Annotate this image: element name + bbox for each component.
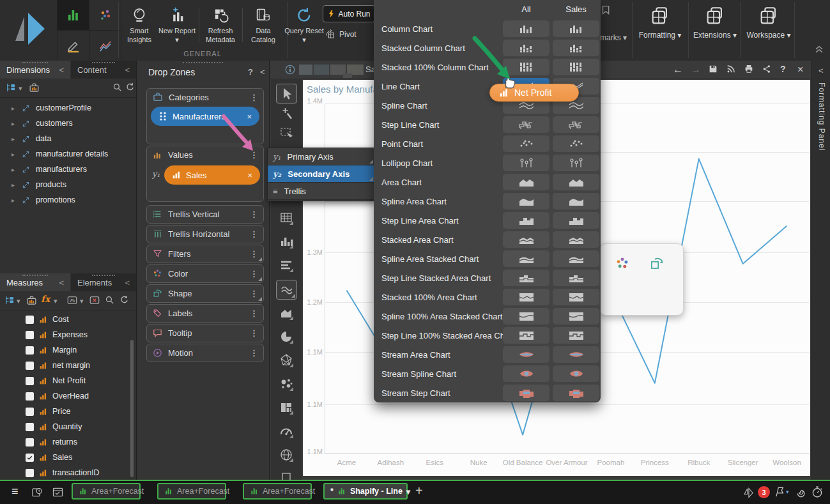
measure-list-item[interactable]: Expenses	[26, 327, 131, 342]
apply-all-step-line-area-chart[interactable]	[503, 212, 549, 229]
dimension-tree-item[interactable]: ▸products	[12, 177, 136, 192]
apply-sales-column-chart[interactable]	[553, 20, 599, 37]
checkbox-checked[interactable]	[26, 454, 34, 462]
formula-fx-icon[interactable]: fx	[41, 294, 50, 304]
caret-down-icon[interactable]: ▾	[17, 297, 20, 305]
data-catalog-button[interactable]: Data Catalog	[243, 6, 284, 44]
gauge-tool[interactable]	[278, 423, 295, 439]
measure-list-item[interactable]: Sales	[26, 450, 131, 465]
tab-measures[interactable]: Measures <	[0, 273, 70, 291]
kebab-menu-icon[interactable]: ⋮	[250, 210, 258, 219]
print-icon[interactable]	[744, 64, 754, 74]
menu-item-trellis[interactable]: ≡ Trellis	[268, 183, 374, 200]
apply-sales-stream-area-chart[interactable]	[553, 346, 599, 363]
caret-down-icon[interactable]: ▾	[19, 84, 22, 93]
apply-all-point-chart[interactable]	[503, 135, 549, 152]
checkbox-unchecked[interactable]	[26, 392, 34, 401]
apply-all-stream-step-chart[interactable]	[503, 385, 549, 401]
measure-list-item[interactable]: returns	[26, 434, 131, 450]
share-icon[interactable]	[762, 64, 772, 74]
dimension-tree-item[interactable]: ▸promotions	[12, 192, 136, 208]
metric-set-icon[interactable]	[28, 82, 40, 94]
collapse-icon[interactable]: <	[59, 65, 64, 75]
search-icon[interactable]	[104, 294, 115, 305]
app-logo-icon[interactable]	[12, 9, 47, 50]
checkbox-unchecked[interactable]	[26, 377, 34, 385]
checkbox-unchecked[interactable]	[26, 346, 34, 355]
dimension-tree-item[interactable]: ▸data	[12, 131, 136, 146]
bubbles-tool[interactable]	[278, 376, 295, 392]
app-logo-outline-icon[interactable]	[742, 486, 755, 500]
workspace-menu-button[interactable]: Workspace ▾	[741, 5, 796, 40]
hbars-tool[interactable]	[278, 257, 295, 273]
apply-sales-spline-area-stacked-chart[interactable]	[553, 250, 599, 267]
measure-list-item[interactable]: Price	[26, 404, 131, 419]
measure-list-item[interactable]: Net Profit	[26, 373, 131, 388]
metric-set-icon[interactable]	[26, 294, 38, 307]
checkbox-unchecked[interactable]	[26, 408, 34, 416]
checkbox-unchecked[interactable]	[26, 362, 34, 370]
shape-rotate-icon[interactable]	[649, 256, 665, 272]
kebab-menu-icon[interactable]: ⋮	[250, 328, 258, 338]
notification-badge[interactable]: 3	[758, 486, 770, 498]
spiral-icon[interactable]	[794, 485, 806, 498]
apply-sales-lollipop-chart[interactable]	[553, 155, 599, 171]
menu-item-secondary-axis[interactable]: y₂ Secondary Axis	[268, 165, 374, 183]
hierarchy-view-icon[interactable]	[4, 294, 15, 306]
colchart-tool[interactable]	[278, 233, 295, 250]
wave2-tool[interactable]	[276, 280, 297, 300]
apply-all-spline-100-area-stacked-chart[interactable]	[503, 308, 549, 325]
dimension-tree-item[interactable]: ▸customerProfile	[12, 100, 136, 116]
scatter-tool[interactable]	[89, 0, 121, 30]
apply-all-lollipop-chart[interactable]	[503, 155, 549, 171]
refresh-icon[interactable]	[119, 294, 130, 305]
taskbar-tab-area-forecast[interactable]: Area+Forecast	[157, 483, 226, 500]
auto-run-toggle[interactable]: Auto Run	[323, 5, 375, 22]
pin-icon[interactable]	[773, 485, 786, 498]
recent-history-icon[interactable]	[31, 485, 44, 499]
notifications-icon[interactable]	[726, 64, 736, 74]
formula-box-icon[interactable]: Fx	[66, 294, 78, 306]
extensions-menu-button[interactable]: Extensions ▾	[688, 5, 742, 40]
caret-down-icon[interactable]: ▾	[80, 297, 84, 305]
apply-all-stacked-area-chart[interactable]	[503, 231, 549, 248]
caret-down-icon[interactable]: ▾	[406, 487, 410, 496]
hierarchy-view-icon[interactable]	[5, 82, 17, 93]
refresh-icon[interactable]	[125, 82, 135, 93]
help-icon[interactable]: ?	[780, 64, 786, 74]
apply-all-spline-area-stacked-chart[interactable]	[503, 250, 549, 267]
values-drop-zone[interactable]: Values ⋮ y₁ Sales ×	[146, 146, 264, 202]
remove-icon[interactable]: ×	[247, 112, 252, 121]
kebab-menu-icon[interactable]: ⋮	[250, 289, 258, 298]
radar-tool[interactable]	[278, 352, 295, 369]
addcursor-tool[interactable]	[278, 105, 295, 122]
save-icon[interactable]	[708, 64, 718, 74]
search-icon[interactable]	[112, 82, 123, 93]
apply-sales-stream-step-chart[interactable]	[553, 385, 599, 401]
measure-list-item[interactable]: OverHead	[26, 388, 131, 404]
metric-set-tool[interactable]	[58, 0, 89, 30]
apply-all-stacked-column-chart[interactable]	[503, 40, 549, 56]
sketch-tool[interactable]	[58, 31, 89, 61]
formatting-panel-strip[interactable]: < Formatting Panel	[811, 61, 830, 480]
apply-sales-stacked-area-chart[interactable]	[553, 231, 599, 248]
tablegrid-tool[interactable]	[278, 210, 295, 226]
apply-sales-spline-100-area-stacked-chart[interactable]	[553, 308, 599, 325]
remove-icon[interactable]: ×	[247, 171, 252, 180]
cursor-tool[interactable]	[276, 84, 297, 103]
apply-sales-step-line-area-chart[interactable]	[553, 212, 599, 229]
measure-list-item[interactable]: Cost	[26, 312, 131, 327]
apply-all-step-line-stacked-area-chart[interactable]	[503, 270, 549, 286]
apply-all-spline-area-chart[interactable]	[503, 193, 549, 210]
apply-sales-point-chart[interactable]	[553, 135, 599, 152]
menu-item-primary-axis[interactable]: y₁ Primary Axis	[268, 148, 374, 165]
apply-all-step-line-100-stacked-area-chart[interactable]	[503, 327, 549, 344]
kebab-menu-icon[interactable]: ⋮	[250, 150, 258, 160]
apply-sales-step-line-stacked-area-chart[interactable]	[553, 270, 599, 286]
bookmark-flag-icon[interactable]	[599, 4, 613, 18]
taskbar-tab-area-forecast[interactable]: Area+Forecast	[72, 483, 141, 500]
new-tab-button[interactable]: +	[415, 484, 423, 498]
treemapic-tool[interactable]	[278, 399, 295, 416]
kebab-menu-icon[interactable]: ⋮	[250, 309, 258, 318]
measure-list-item[interactable]: Quantity	[26, 419, 131, 434]
